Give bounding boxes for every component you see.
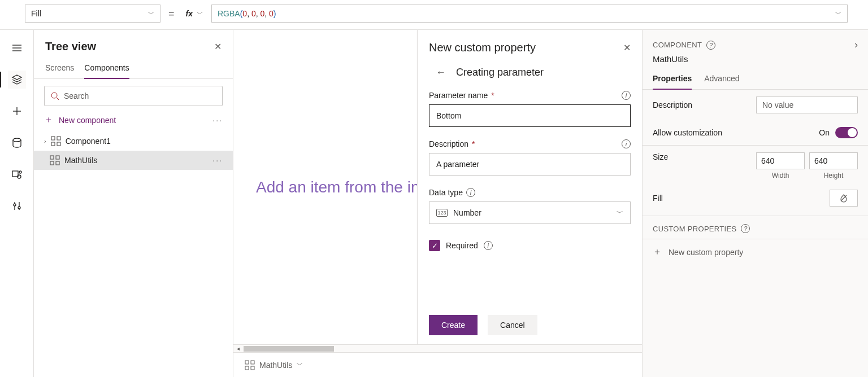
insert-icon[interactable] (8, 102, 26, 120)
new-component-button[interactable]: ＋ New component (44, 114, 116, 126)
data-type-select[interactable]: 123 Number ﹀ (429, 201, 631, 224)
equals-sign: = (168, 8, 175, 20)
svg-point-9 (19, 171, 21, 173)
fx-label[interactable]: fx ﹀ (183, 9, 206, 18)
custom-properties-label: CUSTOM PROPERTIES (653, 225, 736, 233)
plus-icon: ＋ (653, 246, 662, 258)
search-input[interactable]: Search (44, 86, 223, 106)
tab-advanced[interactable]: Advanced (704, 69, 739, 89)
search-placeholder: Search (64, 91, 89, 100)
chevron-down-icon: ﹀ (196, 10, 202, 18)
svg-rect-16 (51, 137, 55, 140)
size-label: Size (653, 152, 668, 161)
chevron-right-icon[interactable]: › (44, 138, 46, 144)
info-icon[interactable]: i (466, 188, 475, 197)
width-sublabel: Width (756, 172, 805, 179)
plus-icon: ＋ (44, 114, 53, 126)
tab-screens[interactable]: Screens (45, 59, 74, 78)
tree-view-title: Tree view (45, 40, 96, 53)
info-icon[interactable]: ? (741, 224, 750, 233)
svg-rect-25 (251, 361, 254, 364)
svg-point-14 (51, 93, 57, 98)
tree-view-panel: Tree view ✕ Screens Components Search ＋ … (34, 30, 233, 377)
new-component-label: New component (59, 116, 116, 125)
scroll-thumb[interactable] (244, 346, 334, 352)
number-type-icon: 123 (436, 209, 448, 217)
width-input[interactable]: 640 (756, 152, 805, 169)
info-icon[interactable]: i (484, 241, 493, 250)
description-input[interactable]: A parameter (429, 153, 631, 176)
advanced-tools-icon[interactable] (8, 197, 26, 215)
component-icon (50, 155, 60, 165)
no-fill-icon (839, 194, 848, 203)
chevron-right-icon[interactable]: › (854, 39, 858, 51)
design-canvas[interactable]: Add an item from the in New custom prope… (233, 30, 642, 344)
svg-line-28 (841, 195, 847, 201)
fill-color-button[interactable] (830, 190, 858, 207)
svg-rect-18 (51, 142, 55, 146)
create-button[interactable]: Create (429, 315, 478, 335)
svg-rect-23 (56, 161, 59, 165)
component-section-label: COMPONENT (653, 41, 702, 49)
svg-point-6 (13, 138, 21, 142)
data-icon[interactable] (8, 134, 26, 152)
required-checkbox[interactable]: ✓ (429, 240, 440, 251)
property-selector[interactable]: Fill ﹀ (25, 5, 160, 23)
left-rail (0, 30, 34, 377)
property-selector-label: Fill (31, 9, 41, 18)
cancel-button[interactable]: Cancel (488, 315, 537, 335)
height-input[interactable]: 640 (809, 152, 858, 169)
back-arrow-icon[interactable]: ← (436, 67, 446, 78)
hamburger-icon[interactable] (8, 39, 26, 57)
scroll-left-icon[interactable]: ◂ (233, 345, 242, 352)
tab-components[interactable]: Components (84, 59, 129, 79)
chevron-down-icon: ﹀ (617, 208, 623, 218)
new-custom-property-panel: New custom property ✕ ← Creating paramet… (417, 30, 642, 344)
info-icon[interactable]: i (622, 139, 631, 148)
svg-point-13 (18, 207, 20, 209)
footer-component-name[interactable]: MathUtils (259, 361, 292, 370)
svg-rect-22 (50, 161, 54, 165)
more-icon[interactable]: ··· (212, 116, 223, 125)
close-icon[interactable]: ✕ (623, 42, 631, 53)
parameter-name-input[interactable]: Bottom (429, 104, 631, 127)
formula-input[interactable]: RGBA(0, 0, 0, 0) ﹀ (211, 5, 848, 23)
canvas-area: Add an item from the in New custom prope… (233, 30, 642, 377)
more-icon[interactable]: ··· (212, 156, 223, 165)
info-icon[interactable]: i (622, 91, 631, 100)
toggle-value: On (819, 128, 830, 137)
svg-rect-27 (251, 366, 254, 370)
component-icon (245, 360, 255, 370)
svg-rect-21 (56, 156, 59, 159)
svg-rect-19 (57, 142, 60, 146)
svg-point-11 (14, 204, 16, 206)
tree-item-component1[interactable]: › Component1 (34, 131, 233, 151)
component-icon (51, 136, 61, 146)
chevron-down-icon[interactable]: ﹀ (297, 361, 303, 369)
svg-marker-3 (12, 75, 21, 80)
expand-formula-icon[interactable]: ﹀ (835, 10, 841, 18)
tab-properties[interactable]: Properties (653, 69, 692, 90)
svg-rect-17 (57, 137, 60, 140)
svg-rect-26 (245, 366, 249, 370)
media-icon[interactable] (8, 165, 26, 183)
allow-customization-label: Allow customization (653, 128, 722, 137)
info-icon[interactable]: ? (706, 41, 715, 50)
tree-view-icon[interactable] (8, 71, 26, 89)
close-icon[interactable]: ✕ (214, 41, 222, 52)
formula-bar: Fill ﹀ = fx ﹀ RGBA(0, 0, 0, 0) ﹀ (0, 0, 868, 30)
tree-item-mathutils[interactable]: MathUtils ··· (34, 151, 233, 170)
search-icon (50, 91, 59, 100)
description-input[interactable]: No value (756, 97, 858, 113)
svg-line-15 (57, 98, 59, 100)
properties-panel: COMPONENT ? › MathUtils Properties Advan… (642, 30, 868, 377)
svg-rect-24 (245, 361, 249, 364)
horizontal-scrollbar[interactable]: ◂ (233, 344, 642, 352)
svg-rect-20 (50, 156, 54, 159)
component-name: MathUtils (643, 54, 868, 69)
new-custom-property-button[interactable]: ＋ New custom property (643, 239, 868, 265)
canvas-hint: Add an item from the in (256, 178, 419, 196)
allow-customization-toggle[interactable] (835, 127, 858, 138)
fill-label: Fill (653, 194, 663, 203)
chevron-down-icon: ﹀ (148, 10, 154, 18)
